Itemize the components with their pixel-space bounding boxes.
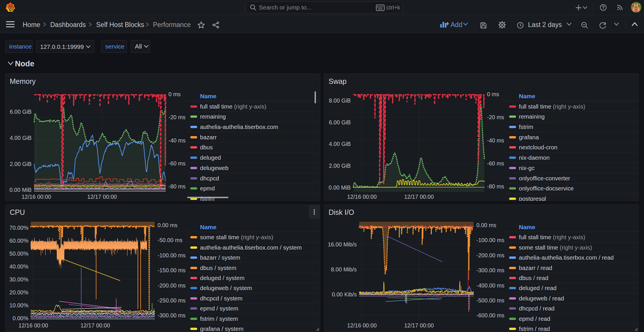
svg-text:12/16 00:00: 12/16 00:00 <box>347 322 377 329</box>
svg-text:2.00 GiB: 2.00 GiB <box>10 161 32 167</box>
svg-text:4.00 GiB: 4.00 GiB <box>329 141 351 147</box>
svg-text:-20 ms: -20 ms <box>168 114 186 120</box>
svg-text:10.00%: 10.00% <box>9 302 28 308</box>
svg-text:12/17 00:00: 12/17 00:00 <box>87 194 117 200</box>
svg-text:12/16 00:00: 12/16 00:00 <box>347 194 377 200</box>
svg-text:-200.00 ms: -200.00 ms <box>476 252 505 258</box>
svg-text:-40 ms: -40 ms <box>487 137 504 144</box>
svg-text:16.00 Mib/s: 16.00 Mib/s <box>328 241 357 248</box>
svg-text:70.00%: 70.00% <box>9 225 28 231</box>
svg-text:0.00 MiB: 0.00 MiB <box>9 187 32 193</box>
svg-text:0.00 MiB: 0.00 MiB <box>329 184 351 191</box>
svg-text:12/17 00:00: 12/17 00:00 <box>404 322 434 329</box>
svg-text:0.00%: 0.00% <box>13 315 28 321</box>
svg-text:0.00 ms: 0.00 ms <box>476 222 496 228</box>
svg-text:12/16 00:00: 12/16 00:00 <box>18 322 48 329</box>
svg-text:8.00 Mib/s: 8.00 Mib/s <box>331 266 357 273</box>
svg-text:-300.00 ms: -300.00 ms <box>158 312 186 319</box>
svg-text:-500.00 ms: -500.00 ms <box>476 297 505 304</box>
svg-text:-300.00 ms: -300.00 ms <box>476 267 505 273</box>
svg-text:-100.00 ms: -100.00 ms <box>158 252 186 258</box>
svg-text:-80 ms: -80 ms <box>168 183 186 190</box>
svg-text:0 ms: 0 ms <box>168 91 181 97</box>
svg-text:-50.00 ms: -50.00 ms <box>158 237 183 243</box>
svg-text:-40 ms: -40 ms <box>168 137 186 144</box>
svg-text:4.00 GiB: 4.00 GiB <box>10 135 32 141</box>
svg-text:12/16 00:00: 12/16 00:00 <box>22 194 51 200</box>
svg-text:-60 ms: -60 ms <box>487 160 504 167</box>
svg-text:60.00%: 60.00% <box>9 238 28 244</box>
svg-text:30.00%: 30.00% <box>9 276 28 283</box>
svg-text:0.00 Kib/s: 0.00 Kib/s <box>332 291 357 298</box>
svg-text:-250.00 ms: -250.00 ms <box>158 297 186 304</box>
svg-text:-20 ms: -20 ms <box>487 114 504 120</box>
svg-text:0 ms: 0 ms <box>487 91 499 97</box>
svg-text:8.00 GiB: 8.00 GiB <box>329 97 351 104</box>
svg-text:-200.00 ms: -200.00 ms <box>158 282 186 289</box>
svg-text:-150.00 ms: -150.00 ms <box>158 267 186 273</box>
svg-text:50.00%: 50.00% <box>9 250 28 257</box>
svg-text:-80 ms: -80 ms <box>487 183 504 190</box>
svg-text:20.00%: 20.00% <box>9 289 28 296</box>
svg-text:-100.00 ms: -100.00 ms <box>476 237 505 243</box>
svg-text:-60 ms: -60 ms <box>168 160 186 167</box>
svg-text:12/17 00:00: 12/17 00:00 <box>80 322 110 329</box>
svg-text:6.00 GiB: 6.00 GiB <box>329 119 351 126</box>
svg-text:12/17 00:00: 12/17 00:00 <box>404 194 434 200</box>
svg-text:-400.00 ms: -400.00 ms <box>476 282 505 289</box>
svg-text:40.00%: 40.00% <box>9 263 28 270</box>
svg-text:2.00 GiB: 2.00 GiB <box>329 163 351 169</box>
svg-text:0.00 ms: 0.00 ms <box>158 222 178 228</box>
svg-text:6.00 GiB: 6.00 GiB <box>10 109 32 115</box>
svg-text:-600.00 ms: -600.00 ms <box>476 312 505 319</box>
